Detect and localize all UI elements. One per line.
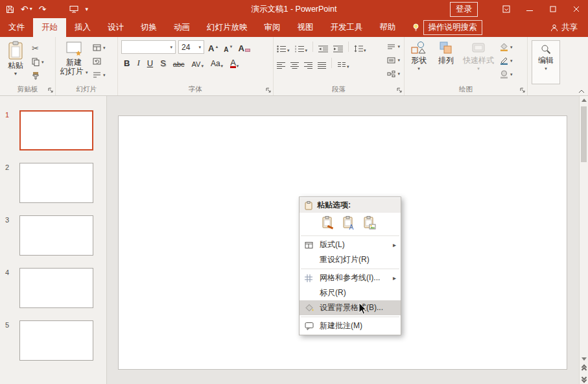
tab-file[interactable]: 文件 [0, 18, 33, 37]
save-button[interactable] [6, 5, 14, 14]
shape-effects-button[interactable]: ▾ [498, 69, 515, 80]
previous-slide-button[interactable] [582, 366, 586, 371]
cut-button[interactable]: ✂ [30, 43, 46, 54]
thumbnail-row-5: 5 [0, 320, 106, 362]
clipboard-dialog-launcher[interactable] [48, 88, 54, 93]
font-size-combobox[interactable]: 24▾ [178, 40, 204, 54]
chevron-down-icon: ▾ [347, 64, 349, 69]
arrange-button[interactable]: 排列 [433, 39, 459, 84]
menu-item-new-comment[interactable]: 新建批注(M) [300, 318, 401, 333]
paragraph-dialog-launcher[interactable] [397, 88, 403, 93]
align-text-button[interactable]: ▾ [385, 54, 402, 66]
chevron-down-icon: ▾ [545, 66, 547, 71]
tab-design[interactable]: 设计 [99, 18, 132, 37]
change-case-button[interactable]: Aa▾ [209, 56, 224, 68]
collapse-ribbon-button[interactable] [578, 90, 585, 93]
align-left-button[interactable] [276, 57, 287, 69]
menu-item-grid-and-guides[interactable]: 网格和参考线(I)... ▸ [300, 270, 401, 285]
decrease-indent-button[interactable] [317, 41, 329, 53]
tab-review[interactable]: 审阅 [256, 18, 289, 37]
font-name-combobox[interactable]: ▾ [121, 40, 176, 54]
undo-dropdown-icon[interactable]: ▾ [30, 6, 32, 12]
shapes-button[interactable]: 形状 ▾ [406, 39, 432, 84]
menu-item-layout[interactable]: 版式(L) ▸ [300, 237, 401, 252]
underline-button[interactable]: U [146, 56, 154, 68]
tab-developer[interactable]: 开发工具 [322, 18, 371, 37]
font-dialog-launcher[interactable] [266, 88, 272, 93]
arrow-up-icon [582, 99, 587, 102]
drawing-dialog-launcher[interactable] [520, 88, 526, 93]
slide-thumbnail-4[interactable] [19, 268, 93, 308]
paste-use-destination-theme-button[interactable] [340, 215, 357, 231]
shape-outline-button[interactable]: ▾ [498, 55, 515, 66]
editing-button[interactable]: 编辑 ▾ [532, 40, 560, 84]
tab-animations[interactable]: 动画 [165, 18, 198, 37]
text-shadow-button[interactable]: S [159, 56, 167, 68]
align-center-button[interactable] [289, 57, 300, 69]
align-right-button[interactable] [303, 57, 314, 69]
character-spacing-button[interactable]: AV▾ [191, 56, 205, 68]
menu-item-ruler[interactable]: 标尺(R) [300, 285, 401, 300]
numbering-button[interactable]: ▾ [294, 41, 309, 53]
vertical-scrollbar[interactable] [579, 96, 588, 384]
justify-button[interactable] [316, 57, 327, 69]
undo-button[interactable]: ↶▾ [21, 5, 32, 14]
slide-thumbnail-5[interactable] [19, 320, 93, 361]
scroll-down-button[interactable] [582, 357, 587, 361]
scrollbar-thumb[interactable] [581, 106, 587, 162]
slide-number: 4 [5, 269, 9, 276]
slide-thumbnail-3[interactable] [19, 215, 93, 256]
bullets-button[interactable]: ▾ [276, 41, 291, 53]
tab-view[interactable]: 视图 [289, 18, 322, 37]
increase-indent-button[interactable] [332, 41, 344, 53]
paste-button[interactable]: 粘贴 ▼ [1, 39, 30, 84]
qat-customize-button[interactable]: ▾ [85, 6, 88, 12]
next-slide-button[interactable] [582, 376, 586, 381]
chevron-down-icon: ▾ [103, 73, 106, 77]
close-button[interactable] [565, 0, 588, 18]
copy-button[interactable]: ▾ [30, 56, 46, 67]
decrease-font-size-button[interactable]: A▼ [222, 42, 234, 53]
paste-keep-source-formatting-button[interactable] [320, 215, 336, 231]
tell-me-input[interactable]: 操作说明搜索 [423, 20, 482, 35]
menu-item-reset-slide[interactable]: 重设幻灯片(R) [300, 252, 401, 267]
convert-smartart-button[interactable]: ▾ [385, 68, 402, 79]
line-spacing-button[interactable]: ▾ [353, 41, 368, 53]
scroll-up-button[interactable] [580, 99, 588, 102]
new-slide-button[interactable]: 新建幻灯片 ▾ [57, 39, 91, 84]
chevron-down-icon: ▾ [86, 70, 88, 75]
increase-font-size-button[interactable]: A▲ [207, 42, 220, 53]
quick-styles-button[interactable]: 快速样式 ▾ [460, 39, 497, 84]
text-direction-button[interactable]: ▾ [385, 41, 402, 52]
tab-slideshow[interactable]: 幻灯片放映 [198, 18, 256, 37]
columns-button[interactable]: ▾ [336, 57, 351, 69]
tab-transitions[interactable]: 切换 [132, 18, 165, 37]
smartart-icon [387, 71, 395, 77]
paste-picture-button[interactable] [361, 215, 378, 231]
slide-thumbnail-2[interactable] [19, 163, 93, 203]
tab-insert[interactable]: 插入 [66, 18, 99, 37]
slide-layout-button[interactable]: ▾ [91, 42, 108, 53]
bold-button[interactable]: B [123, 56, 131, 68]
tab-home[interactable]: 开始 [33, 18, 66, 37]
slide-section-button[interactable]: ▾ [91, 69, 108, 80]
start-slideshow-button[interactable] [69, 5, 78, 13]
close-icon [573, 6, 580, 12]
shape-fill-button[interactable]: ▾ [498, 42, 515, 53]
italic-button[interactable]: I [135, 56, 141, 68]
share-button[interactable]: 共享 [550, 18, 588, 37]
font-color-button[interactable]: A▾ [229, 56, 240, 68]
reset-slide-button[interactable] [91, 56, 108, 67]
format-painter-button[interactable] [30, 70, 46, 81]
minimize-button[interactable] [518, 0, 541, 18]
sign-in-button[interactable]: 登录 [450, 2, 478, 17]
slide-thumbnail-1[interactable] [19, 110, 93, 150]
tell-me-search[interactable]: 操作说明搜索 [412, 18, 482, 37]
clear-formatting-button[interactable]: A [237, 42, 252, 53]
strikethrough-button[interactable]: abc [172, 56, 186, 68]
menu-item-format-background[interactable]: 设置背景格式(B)... [300, 300, 401, 315]
ribbon-display-options-button[interactable] [495, 0, 518, 18]
tab-help[interactable]: 帮助 [371, 18, 405, 37]
maximize-button[interactable] [541, 0, 565, 18]
redo-button[interactable]: ↷ [39, 5, 47, 14]
